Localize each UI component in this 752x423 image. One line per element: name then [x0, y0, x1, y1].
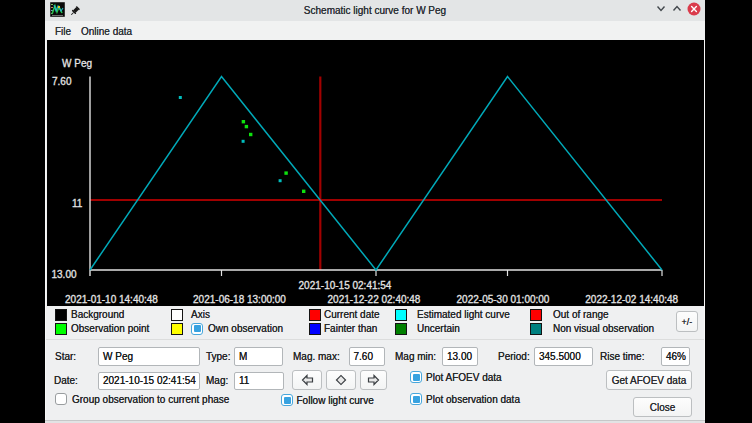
- svg-text:2021-06-18 13:00:00: 2021-06-18 13:00:00: [193, 294, 286, 305]
- svg-text:2021-12-22 02:40:48: 2021-12-22 02:40:48: [328, 294, 421, 305]
- svg-text:2022-05-30 01:00:00: 2022-05-30 01:00:00: [457, 294, 550, 305]
- svg-text:2021-10-15 02:41:54: 2021-10-15 02:41:54: [299, 280, 392, 291]
- svg-text:11: 11: [72, 198, 83, 209]
- svg-text:W Peg: W Peg: [62, 58, 92, 69]
- svg-text:2021-01-10 14:40:48: 2021-01-10 14:40:48: [65, 294, 158, 305]
- svg-text:13.00: 13.00: [52, 269, 77, 280]
- svg-text:7.60: 7.60: [52, 76, 72, 87]
- svg-text:2022-12-02 14:40:48: 2022-12-02 14:40:48: [585, 294, 678, 305]
